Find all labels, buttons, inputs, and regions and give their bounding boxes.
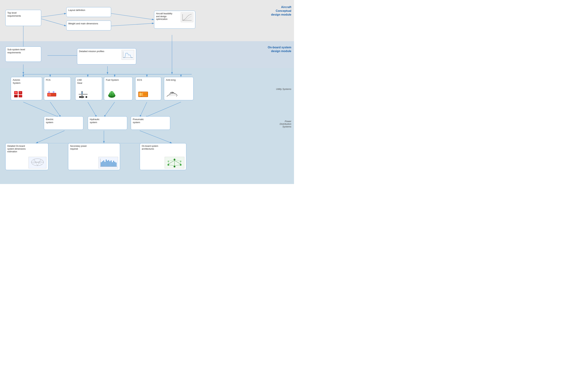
aircraft-feasibility-label: Aircraft feasibility and design optimiza… xyxy=(156,12,181,21)
ecs-img xyxy=(137,90,149,99)
pneumatic-system-box: Pneumatic system xyxy=(131,116,170,130)
svg-rect-82 xyxy=(107,161,108,166)
svg-rect-37 xyxy=(19,95,22,97)
subsystem-req-label: Sub-system level requirements xyxy=(7,48,39,54)
onboard-system-label: On-board system design module xyxy=(268,46,291,53)
diagram-container: Aircraft Conceptual design module On-boa… xyxy=(0,0,294,184)
top-level-req-box: Top level requirements xyxy=(5,10,41,26)
lnd-gear-label: LND Gear xyxy=(77,79,82,85)
svg-rect-81 xyxy=(106,159,107,166)
svg-point-93 xyxy=(174,166,175,167)
anti-icing-img xyxy=(166,90,178,99)
svg-rect-85 xyxy=(111,160,112,166)
power-distribution-label: Power Distribution Systems xyxy=(280,120,291,128)
avionic-img xyxy=(13,90,24,99)
ecs-box: ECS xyxy=(135,77,161,100)
svg-point-50 xyxy=(79,96,81,98)
svg-point-44 xyxy=(53,91,55,93)
svg-rect-77 xyxy=(101,162,102,167)
anti-icing-box: Anti-Icing xyxy=(164,77,193,100)
weight-dims-label: Weight and main dimensions xyxy=(68,22,109,25)
top-level-req-label: Top level requirements xyxy=(7,11,39,18)
secondary-power-box: Secondary power required xyxy=(68,143,120,170)
svg-rect-61 xyxy=(143,93,147,96)
svg-point-43 xyxy=(48,91,50,93)
fuel-system-box: Fuel System xyxy=(104,77,133,100)
onboard-arch-label: On-board system architectures xyxy=(142,145,158,150)
svg-rect-42 xyxy=(51,93,56,96)
electric-system-box: Electric system xyxy=(44,116,83,130)
avionic-label: Avionic System xyxy=(13,79,20,85)
layout-def-label: Layout definition xyxy=(68,9,109,12)
detailed-mission-label: Detailed mission profiles xyxy=(79,50,122,53)
aircraft-conceptual-label: Aircraft Conceptual design module xyxy=(271,5,291,17)
fcs-img xyxy=(46,90,57,99)
lnd-gear-img xyxy=(77,90,89,99)
svg-rect-49 xyxy=(79,94,88,95)
fcs-label: FCS xyxy=(46,79,50,82)
svg-rect-36 xyxy=(14,95,18,97)
svg-rect-88 xyxy=(114,162,115,167)
svg-point-95 xyxy=(168,161,169,162)
electric-label: Electric system xyxy=(46,118,81,124)
lnd-gear-box: LND Gear xyxy=(75,77,102,100)
hydraulic-label: Hydraulic system xyxy=(90,118,125,124)
fuel-system-label: Fuel System xyxy=(106,79,119,82)
pneumatic-label: Pneumatic system xyxy=(133,118,168,124)
detailed-mission-box: Detailed mission profiles xyxy=(77,48,136,64)
svg-point-57 xyxy=(108,95,115,96)
svg-point-51 xyxy=(85,96,87,98)
svg-rect-34 xyxy=(15,92,17,94)
anti-icing-label: Anti-Icing xyxy=(166,79,176,82)
svg-rect-30 xyxy=(122,50,134,59)
utility-systems-label: Utility Systems xyxy=(276,88,291,90)
feasibility-chart xyxy=(181,12,193,22)
svg-rect-35 xyxy=(19,91,22,94)
svg-rect-84 xyxy=(109,161,110,166)
svg-rect-60 xyxy=(140,93,142,96)
weight-dims-box: Weight and main dimensions xyxy=(66,21,111,30)
svg-rect-80 xyxy=(104,162,105,167)
svg-rect-87 xyxy=(113,161,114,166)
svg-point-96 xyxy=(180,161,181,162)
bg-onboard-system xyxy=(0,41,294,68)
fuel-system-img xyxy=(106,90,118,99)
svg-rect-79 xyxy=(103,160,104,166)
onboard-dim-label: Detailed On-board system dimensions esti… xyxy=(7,145,26,153)
avionic-system-box: Avionic System xyxy=(11,77,42,100)
layout-def-box: Layout definition xyxy=(66,7,111,17)
svg-rect-41 xyxy=(48,93,51,96)
onboard-dim-box: Detailed On-board system dimensions esti… xyxy=(5,143,48,170)
onboard-arch-box: On-board system architectures xyxy=(140,143,186,170)
secondary-power-chart xyxy=(98,157,118,168)
ecs-label: ECS xyxy=(137,79,142,82)
svg-rect-86 xyxy=(112,162,113,167)
svg-rect-78 xyxy=(102,161,103,166)
onboard-dim-chart xyxy=(28,157,47,168)
svg-rect-89 xyxy=(115,163,116,167)
onboard-arch-chart xyxy=(165,157,184,168)
fcs-box: FCS xyxy=(44,77,71,100)
mission-chart xyxy=(122,50,134,60)
subsystem-req-box: Sub-system level requirements xyxy=(5,46,41,62)
bg-aircraft-conceptual xyxy=(0,0,294,41)
secondary-power-label: Secondary power required xyxy=(70,145,87,150)
svg-rect-52 xyxy=(82,92,82,94)
svg-rect-83 xyxy=(108,160,109,166)
aircraft-feasibility-box: Aircraft feasibility and design optimiza… xyxy=(154,11,195,29)
hydraulic-system-box: Hydraulic system xyxy=(88,116,127,130)
